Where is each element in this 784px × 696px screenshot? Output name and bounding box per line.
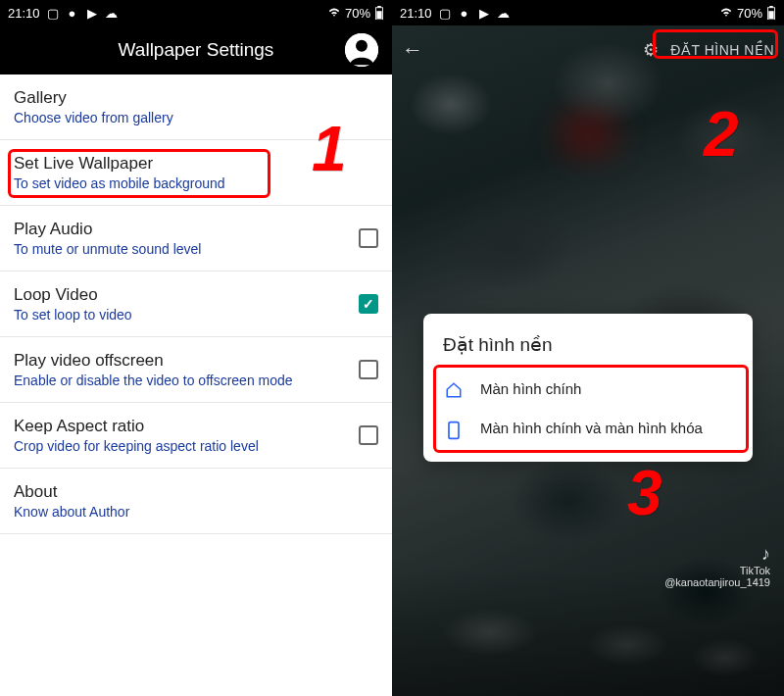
wifi-icon <box>327 6 341 20</box>
status-battery: 70% <box>737 6 762 21</box>
setting-title: Gallery <box>14 88 378 108</box>
dialog-option-home-lock[interactable]: Màn hình chính và màn hình khóa <box>439 409 737 450</box>
preview-header: ← ⚙ ĐẶT HÌNH NỀN <box>392 25 784 75</box>
status-bar: 21:10 ▢ ● ▶ ☁ 70% <box>392 0 784 25</box>
avatar[interactable] <box>345 33 378 67</box>
status-bar: 21:10 ▢ ● ▶ ☁ 70% <box>0 0 392 25</box>
dialog-option-home[interactable]: Màn hình chính <box>439 370 737 409</box>
setting-play-audio[interactable]: Play Audio To mute or unmute sound level <box>0 206 392 272</box>
status-time: 21:10 <box>8 6 40 21</box>
setting-title: About <box>14 482 378 502</box>
dot-icon: ● <box>66 6 79 20</box>
setting-subtitle: To mute or unmute sound level <box>14 241 347 257</box>
setting-set-live-wallpaper[interactable]: Set Live Wallpaper To set video as mobil… <box>0 140 392 206</box>
setting-subtitle: Choose video from gallery <box>14 110 378 125</box>
setting-subtitle: Enable or disable the video to offscreen… <box>14 373 347 388</box>
home-icon <box>445 379 463 399</box>
youtube-icon: ▶ <box>477 6 491 20</box>
setting-subtitle: To set loop to video <box>14 307 347 323</box>
setting-subtitle: Crop video for keeping aspect ratio leve… <box>14 438 347 454</box>
tiktok-brand: TikTok <box>664 565 770 576</box>
dialog-option-label: Màn hình chính và màn hình khóa <box>480 419 703 438</box>
setting-title: Play Audio <box>14 220 347 239</box>
cloud-icon: ☁ <box>105 6 119 20</box>
setting-play-offscreen[interactable]: Play video offscreen Enable or disable t… <box>0 337 392 403</box>
setting-title: Keep Aspect ratio <box>14 417 347 436</box>
picture-icon: ▢ <box>46 6 60 20</box>
checkbox-play-audio[interactable] <box>359 228 378 248</box>
battery-icon <box>374 6 384 20</box>
app-header: Wallpaper Settings <box>0 25 392 75</box>
svg-rect-8 <box>449 423 459 439</box>
phone-screen-2: 21:10 ▢ ● ▶ ☁ 70% ← ⚙ ĐẶT HÌNH NỀN ♪ Tik… <box>392 0 784 696</box>
phone-screen-1: 21:10 ▢ ● ▶ ☁ 70% Wallpaper Settings Gal… <box>0 0 392 696</box>
checkbox-loop-video[interactable] <box>359 294 378 314</box>
wifi-icon <box>719 6 733 20</box>
setting-title: Set Live Wallpaper <box>14 154 378 174</box>
svg-rect-7 <box>768 11 773 19</box>
tiktok-logo-icon: ♪ <box>664 544 770 565</box>
status-time: 21:10 <box>400 6 432 21</box>
setting-loop-video[interactable]: Loop Video To set loop to video <box>0 272 392 337</box>
checkbox-offscreen[interactable] <box>359 360 378 379</box>
phone-icon <box>445 419 463 440</box>
tiktok-watermark: ♪ TikTok @kanaotanjirou_1419 <box>664 544 770 588</box>
setting-gallery[interactable]: Gallery Choose video from gallery <box>0 75 392 140</box>
checkbox-aspect-ratio[interactable] <box>359 425 378 445</box>
cloud-icon: ☁ <box>497 6 511 20</box>
gear-icon[interactable]: ⚙ <box>643 39 659 61</box>
setting-title: Loop Video <box>14 285 347 305</box>
setting-subtitle: Know about Author <box>14 504 378 520</box>
set-wallpaper-dialog: Đặt hình nền Màn hình chính Màn hình chí… <box>423 314 753 462</box>
battery-icon <box>766 6 776 20</box>
page-title: Wallpaper Settings <box>119 39 274 61</box>
dialog-title: Đặt hình nền <box>439 333 737 356</box>
dialog-option-label: Màn hình chính <box>480 379 581 399</box>
back-icon[interactable]: ← <box>402 37 423 63</box>
status-battery: 70% <box>345 6 370 21</box>
setting-title: Play video offscreen <box>14 351 347 371</box>
youtube-icon: ▶ <box>85 6 99 20</box>
svg-point-4 <box>356 40 368 52</box>
tiktok-user: @kanaotanjirou_1419 <box>664 576 770 588</box>
setting-subtitle: To set video as mobile background <box>14 175 378 191</box>
setting-about[interactable]: About Know about Author <box>0 469 392 534</box>
dot-icon: ● <box>458 6 471 20</box>
svg-rect-2 <box>376 11 381 19</box>
setting-aspect-ratio[interactable]: Keep Aspect ratio Crop video for keeping… <box>0 403 392 469</box>
settings-list: Gallery Choose video from gallery Set Li… <box>0 75 392 534</box>
apply-wallpaper-button[interactable]: ĐẶT HÌNH NỀN <box>670 42 774 58</box>
picture-icon: ▢ <box>438 6 452 20</box>
